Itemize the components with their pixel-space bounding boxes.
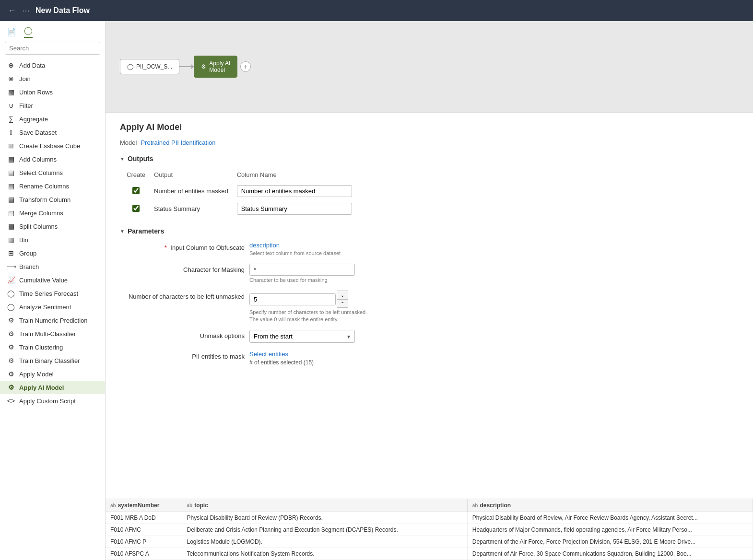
sidebar-item-split-columns[interactable]: ▤ Split Columns (0, 220, 105, 233)
param-label-num-chars: Number of characters to be left unmasked (120, 291, 245, 300)
table-row: F010 AFMC Deliberate and Crisis Action P… (106, 524, 753, 536)
table-row: F001 MRB A DoD Physical Disability Board… (106, 512, 753, 524)
sidebar-item-analyze-sentiment[interactable]: ◯ Analyze Sentiment (0, 300, 105, 314)
param-label-pii-entities: PII entities to mask (120, 350, 245, 360)
cell-desc-1: Headquarters of Major Commands, field op… (467, 524, 753, 536)
entities-count: # of entities selected (15) (249, 359, 314, 366)
search-input[interactable] (5, 42, 100, 55)
char-masking-input[interactable] (249, 264, 355, 276)
back-button[interactable]: ← (8, 6, 16, 16)
param-label-char-masking: Character for Masking (120, 264, 245, 273)
flow-connector (179, 66, 194, 67)
more-options-button[interactable]: ⋯ (22, 6, 30, 15)
train-multi-icon: ⚙ (7, 330, 15, 338)
num-chars-decrement-button[interactable]: ⌃ (337, 299, 348, 308)
sidebar-icon-bar: 📄 ◯ (0, 21, 105, 38)
sidebar-item-apply-model[interactable]: ⚙ Apply Model (0, 367, 105, 381)
sidebar-item-label: Apply Model (19, 371, 54, 378)
sidebar-item-select-columns[interactable]: ▤ Select Columns (0, 166, 105, 179)
param-label-unmask-options: Unmask options (120, 330, 245, 339)
add-columns-icon: ▤ (7, 155, 15, 163)
sidebar-item-rename-columns[interactable]: ▤ Rename Columns (0, 179, 105, 193)
output-row-1-checkbox-cell (125, 182, 152, 200)
page-title: New Data Flow (35, 6, 90, 15)
num-chars-input[interactable] (249, 293, 336, 305)
param-row-unmask-options: Unmask options From the start From the e… (120, 330, 739, 343)
apply-ai-model-icon: ⚙ (7, 384, 15, 391)
flow-add-node-button[interactable]: + (240, 61, 251, 72)
sidebar-item-label: Join (19, 75, 31, 82)
data-col-header-topic: abtopic (182, 499, 467, 512)
outputs-triangle-icon: ▼ (120, 156, 125, 162)
cell-sysnum-2: F010 AFMC P (106, 536, 182, 548)
sidebar-item-train-clustering[interactable]: ⚙ Train Clustering (0, 340, 105, 354)
sidebar-item-train-multi-classifier[interactable]: ⚙ Train Multi-Classifier (0, 327, 105, 340)
col-type-description: ab (472, 503, 478, 508)
output-row-2-checkbox[interactable] (132, 205, 140, 212)
outputs-table: Create Output Column Name Number of enti… (125, 169, 359, 218)
params-section-label: Parameters (128, 227, 164, 235)
merge-columns-icon: ▤ (7, 209, 15, 217)
sidebar-item-label: Train Clustering (19, 344, 63, 351)
outputs-section-header[interactable]: ▼ Outputs (120, 155, 739, 163)
output-row-1-checkbox[interactable] (132, 187, 140, 194)
config-panel: Apply AI Model Model Pretrained PII Iden… (106, 112, 753, 499)
sidebar-item-label: Split Columns (19, 223, 58, 230)
sidebar-item-time-series-forecast[interactable]: ◯ Time Series Forecast (0, 287, 105, 300)
sidebar-item-create-essbase-cube[interactable]: ⊞ Create Essbase Cube (0, 139, 105, 152)
params-section-header[interactable]: ▼ Parameters (120, 227, 739, 235)
sidebar-item-cumulative-value[interactable]: 📈 Cumulative Value (0, 273, 105, 287)
num-chars-increment-button[interactable]: ⌄ (337, 291, 348, 299)
link-icon[interactable]: ◯ (24, 26, 33, 38)
train-clustering-icon: ⚙ (7, 343, 15, 351)
sidebar-item-save-dataset[interactable]: ⇧ Save Dataset (0, 126, 105, 139)
sidebar-item-transform-column[interactable]: ▤ Transform Column (0, 193, 105, 206)
cell-topic-3: Telecommunications Notification System R… (182, 548, 467, 560)
output-row-2-colname-input[interactable] (237, 203, 352, 215)
param-value-pii-entities: Select entities # of entities selected (… (249, 350, 314, 366)
flow-node-apply-ai[interactable]: ⚙ Apply AIModel (194, 56, 237, 78)
sidebar-item-bin[interactable]: ▦ Bin (0, 233, 105, 246)
sidebar-item-group[interactable]: ⊞ Group (0, 246, 105, 260)
output-row-2-checkbox-cell (125, 200, 152, 218)
sidebar-item-merge-columns[interactable]: ▤ Merge Columns (0, 206, 105, 220)
sidebar-item-label: Train Multi-Classifier (19, 330, 76, 338)
param-link-description[interactable]: description (249, 242, 341, 249)
sidebar-item-label: Bin (19, 236, 28, 244)
col-header-output: Output (152, 169, 235, 182)
sidebar-item-label: Group (19, 250, 36, 257)
sidebar-item-branch[interactable]: ⟶ Branch (0, 260, 105, 273)
param-hint-num-chars-2: The value 0 will mask the entire entity. (249, 316, 367, 322)
sidebar-item-apply-ai-model[interactable]: ⚙ Apply AI Model (0, 381, 105, 394)
unmask-select[interactable]: From the start From the end (249, 330, 355, 343)
data-col-header-systemNumber: absystemNumber (106, 499, 182, 512)
sidebar-item-label: Apply AI Model (19, 384, 64, 391)
sidebar-item-label: Select Columns (19, 169, 63, 176)
sidebar-item-filter[interactable]: ⊍ Filter (0, 99, 105, 112)
output-row-1-colname-input[interactable] (237, 185, 352, 197)
join-icon: ⊗ (7, 75, 15, 82)
sidebar-item-add-data[interactable]: ⊕ Add Data (0, 58, 105, 72)
cell-desc-3: Department of Air Force, 30 Space Commun… (467, 548, 753, 560)
flow-node-pii[interactable]: ◯ PII_OCW_S... (120, 59, 179, 74)
sidebar-item-apply-custom-script[interactable]: <> Apply Custom Script (0, 394, 105, 408)
sidebar-item-union-rows[interactable]: ▦ Union Rows (0, 85, 105, 99)
sidebar-item-train-binary-classifier[interactable]: ⚙ Train Binary Classifier (0, 354, 105, 367)
database-icon[interactable]: 📄 (7, 27, 16, 36)
flow-canvas: ◯ PII_OCW_S... ⚙ Apply AIModel + (106, 21, 753, 112)
params-section: * Input Column to Obfuscate description … (120, 242, 739, 366)
sidebar-item-aggregate[interactable]: ∑ Aggregate (0, 112, 105, 126)
sidebar-item-join[interactable]: ⊗ Join (0, 72, 105, 85)
sidebar-item-train-numeric-prediction[interactable]: ⚙ Train Numeric Prediction (0, 314, 105, 327)
sidebar: 📄 ◯ ⊕ Add Data ⊗ Join ▦ Union Rows ⊍ Fil… (0, 21, 106, 560)
model-link[interactable]: Pretrained PII Identification (141, 139, 215, 146)
content-area: ◯ PII_OCW_S... ⚙ Apply AIModel + Apply A… (106, 21, 753, 560)
data-table: absystemNumber abtopic abdescription F00… (106, 499, 753, 560)
col-header-column-name: Column Name (235, 169, 359, 182)
flow-node-apply-ai-label: Apply AIModel (209, 60, 230, 73)
time-series-icon: ◯ (7, 290, 15, 297)
sidebar-item-label: Branch (19, 263, 39, 270)
pii-entities-link[interactable]: Select entities (249, 350, 314, 358)
sidebar-item-label: Create Essbase Cube (19, 142, 80, 150)
sidebar-item-add-columns[interactable]: ▤ Add Columns (0, 152, 105, 166)
